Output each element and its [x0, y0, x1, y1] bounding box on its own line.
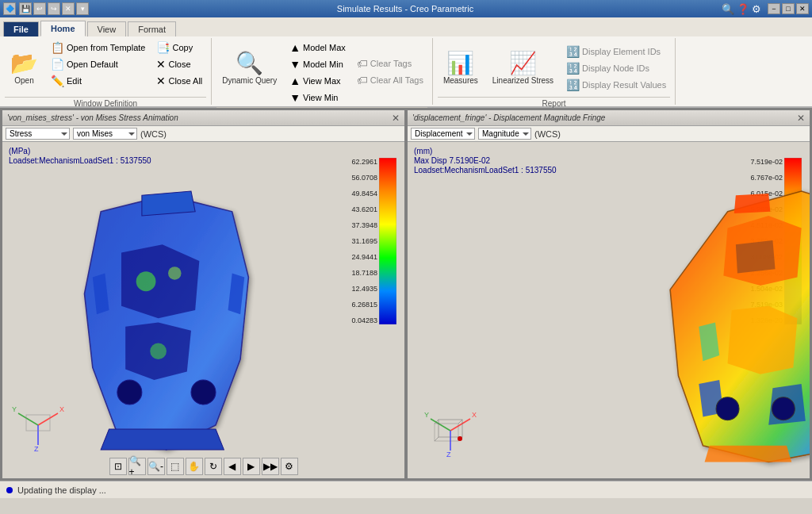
edit-button[interactable]: ✏️ Edit — [47, 73, 149, 89]
clear-tags-group: 🏷 Clear Tags 🏷 Clear All Tags — [353, 40, 427, 88]
left-stress-type-select[interactable]: Stress Displacement Strain — [6, 128, 70, 140]
clear-tags-button[interactable]: 🏷 Clear Tags — [353, 56, 427, 71]
view-max-button[interactable]: ▲ View Max — [285, 73, 350, 89]
right-viewport: 'displacement_fringe' - Displacement Mag… — [407, 109, 810, 479]
zoom-area-btn[interactable]: ⬚ — [167, 458, 184, 475]
open-label: Open — [14, 76, 33, 85]
svg-point-5 — [191, 380, 216, 405]
tab-file[interactable]: File — [3, 21, 39, 36]
view-max-icon: ▲ — [289, 75, 301, 87]
qa-redo-icon[interactable]: ↪ — [48, 2, 60, 15]
left-stress-component-select[interactable]: von Mises Max Principal Min Principal — [73, 128, 137, 140]
pan-btn[interactable]: ✋ — [186, 458, 203, 475]
svg-text:Y: Y — [12, 405, 17, 413]
copy-button[interactable]: 📑 Copy — [152, 40, 206, 56]
rotate-btn[interactable]: ↻ — [205, 458, 222, 475]
model-min-max-group: ▲ Model Max ▼ Model Min ▲ View Max ▼ Vie… — [285, 40, 350, 105]
right-viewport-close[interactable]: ✕ — [797, 113, 805, 124]
svg-point-1 — [136, 271, 156, 291]
svg-text:X: X — [59, 405, 64, 413]
svg-rect-27 — [435, 424, 458, 441]
model-min-button[interactable]: ▼ Model Min — [285, 56, 350, 72]
settings-icon[interactable]: ⚙ — [752, 3, 761, 15]
clear-tags-icon: 🏷 — [357, 57, 368, 70]
tab-format[interactable]: Format — [128, 21, 176, 36]
clear-all-tags-button[interactable]: 🏷 Clear All Tags — [353, 72, 427, 88]
close-all-button[interactable]: ✕ Close All — [152, 73, 206, 89]
qa-undo-icon[interactable]: ↩ — [33, 2, 46, 15]
model-max-icon: ▲ — [289, 41, 301, 54]
svg-line-16 — [450, 419, 470, 431]
settings-btn[interactable]: ⚙ — [281, 458, 298, 475]
ribbon: 📂 Open 📋 Open from Template 📄 Open Defau… — [0, 36, 812, 108]
left-viewport-title: 'von_mises_stress' - von Mises Stress An… — [7, 113, 178, 122]
clear-all-tags-icon: 🏷 — [357, 74, 368, 86]
open-template-label: Open from Template — [67, 43, 145, 52]
display-element-ids-label: Display Element IDs — [582, 47, 661, 56]
qa-close-icon[interactable]: ✕ — [62, 2, 75, 15]
model-max-button[interactable]: ▲ Model Max — [285, 40, 350, 56]
status-indicator — [6, 487, 13, 493]
maximize-btn[interactable]: □ — [782, 3, 795, 14]
right-component-select[interactable]: Magnitude X Y Z — [478, 128, 531, 140]
dynamic-query-button[interactable]: 🔍 Dynamic Query — [216, 40, 282, 95]
ribbon-group-report-content: 📊 Measures 📈 Linearized Stress 🔢 Display… — [438, 40, 670, 95]
close-btn[interactable]: ✕ — [796, 3, 809, 14]
zoom-in-btn[interactable]: 🔍+ — [128, 458, 146, 475]
qa-dropdown-icon[interactable]: ▾ — [76, 2, 89, 15]
display-result-values-label: Display Result Values — [582, 80, 666, 90]
display-node-ids-button[interactable]: 🔢 Display Node IDs — [562, 60, 670, 76]
left-viewport-body[interactable]: (MPa) Loadset:MechanismLoadSet1 : 513755… — [2, 142, 404, 478]
open-button[interactable]: 📂 Open — [5, 40, 44, 95]
display-element-ids-icon: 🔢 — [566, 45, 580, 58]
view-min-button[interactable]: ▼ View Min — [285, 90, 350, 105]
display-ids-group: 🔢 Display Element IDs 🔢 Display Node IDs… — [562, 40, 670, 93]
tab-view[interactable]: View — [87, 21, 127, 36]
left-coord-axes: X Y Z — [10, 397, 66, 453]
ribbon-group-query-content: 🔍 Dynamic Query ▲ Model Max ▼ Model Min … — [216, 40, 427, 105]
play-btn[interactable]: ▶▶ — [262, 458, 279, 475]
display-result-values-button[interactable]: 🔢 Display Result Values — [562, 77, 670, 93]
right-viewport-body[interactable]: (mm) Max Disp 7.5190E-02 Loadset:Mechani… — [408, 142, 810, 478]
left-viewport-close[interactable]: ✕ — [392, 113, 400, 124]
svg-point-15 — [772, 397, 795, 420]
zoom-out-btn[interactable]: 🔍- — [147, 458, 165, 475]
display-result-values-icon: 🔢 — [566, 79, 580, 91]
svg-text:Z: Z — [34, 445, 39, 453]
linearized-stress-label: Linearized Stress — [492, 76, 553, 85]
open-from-template-button[interactable]: 📋 Open from Template — [47, 40, 149, 56]
tab-home[interactable]: Home — [40, 21, 86, 36]
model-max-label: Model Max — [303, 43, 346, 52]
linearized-stress-icon: 📈 — [509, 50, 537, 76]
open-default-button[interactable]: 📄 Open Default — [47, 56, 149, 72]
svg-line-18 — [431, 419, 450, 431]
svg-point-14 — [716, 397, 739, 420]
help-icon[interactable]: ❓ — [737, 3, 749, 15]
close-all-icon: ✕ — [156, 75, 166, 87]
display-element-ids-button[interactable]: 🔢 Display Element IDs — [562, 44, 670, 59]
close-icon: ✕ — [156, 58, 166, 71]
help-search-icon[interactable]: 🔍 — [722, 3, 734, 15]
close-all-label: Close All — [168, 76, 202, 86]
right-type-select[interactable]: Displacement Stress Strain — [411, 128, 475, 140]
minimize-btn[interactable]: − — [768, 3, 780, 14]
view-min-icon: ▼ — [289, 91, 301, 104]
measures-button[interactable]: 📊 Measures — [438, 40, 484, 95]
svg-point-4 — [117, 380, 142, 405]
left-viewport-dropdowns: Stress Displacement Strain von Mises Max… — [2, 126, 404, 142]
prev-btn[interactable]: ◀ — [224, 458, 241, 475]
fit-btn[interactable]: ⊡ — [109, 458, 127, 475]
qa-save-icon[interactable]: 💾 — [19, 2, 32, 15]
display-node-ids-icon: 🔢 — [566, 62, 580, 75]
left-wcs-label: (WCS) — [140, 129, 167, 139]
linearized-stress-button[interactable]: 📈 Linearized Stress — [487, 40, 559, 95]
svg-line-26 — [435, 437, 439, 441]
next-btn[interactable]: ▶ — [243, 458, 260, 475]
svg-point-3 — [150, 343, 167, 359]
model-min-icon: ▼ — [289, 58, 301, 71]
open-icon: 📂 — [10, 50, 38, 76]
app-icon: 🔷 — [3, 2, 16, 15]
close-button[interactable]: ✕ Close — [152, 56, 206, 72]
group-label-report: Report — [438, 97, 670, 108]
svg-text:Z: Z — [446, 451, 451, 458]
